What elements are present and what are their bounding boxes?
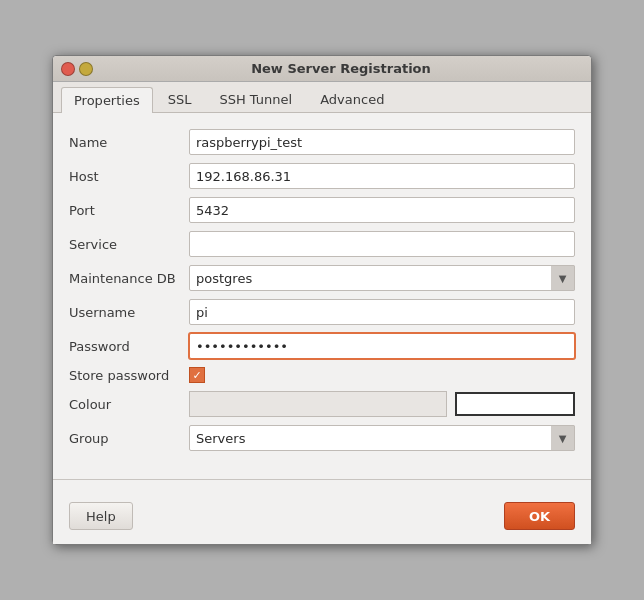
label-username: Username [69,305,189,320]
field-host: Host [69,163,575,189]
field-store-password: Store password [69,367,575,383]
field-colour: Colour [69,391,575,417]
tab-ssh-tunnel[interactable]: SSH Tunnel [206,86,305,112]
main-window: New Server Registration Properties SSL S… [52,55,592,545]
input-password[interactable] [189,333,575,359]
field-name: Name [69,129,575,155]
label-port: Port [69,203,189,218]
select-maintenance-db[interactable]: postgres [189,265,575,291]
tab-advanced[interactable]: Advanced [307,86,397,112]
field-group: Group Servers ▼ [69,425,575,451]
tab-properties[interactable]: Properties [61,87,153,113]
window-controls [61,62,93,76]
field-maintenance-db: Maintenance DB postgres ▼ [69,265,575,291]
colour-picker-box[interactable] [455,392,575,416]
field-service: Service [69,231,575,257]
close-button[interactable] [61,62,75,76]
minimize-button[interactable] [79,62,93,76]
field-password: Password [69,333,575,359]
label-name: Name [69,135,189,150]
tab-ssl[interactable]: SSL [155,86,205,112]
checkbox-store-password[interactable] [189,367,205,383]
field-username: Username [69,299,575,325]
label-password: Password [69,339,189,354]
title-bar: New Server Registration [53,56,591,82]
tab-bar: Properties SSL SSH Tunnel Advanced [53,82,591,113]
footer-separator [53,479,591,480]
colour-left-area[interactable] [189,391,447,417]
field-port: Port [69,197,575,223]
input-name[interactable] [189,129,575,155]
label-service: Service [69,237,189,252]
footer: Help OK [53,492,591,544]
input-port[interactable] [189,197,575,223]
ok-button[interactable]: OK [504,502,575,530]
input-username[interactable] [189,299,575,325]
label-host: Host [69,169,189,184]
input-service[interactable] [189,231,575,257]
label-maintenance-db: Maintenance DB [69,271,189,286]
help-button[interactable]: Help [69,502,133,530]
label-group: Group [69,431,189,446]
input-host[interactable] [189,163,575,189]
window-title: New Server Registration [99,61,583,76]
form-content: Name Host Port Service [53,113,591,471]
select-group[interactable]: Servers [189,425,575,451]
label-store-password: Store password [69,368,189,383]
label-colour: Colour [69,397,189,412]
